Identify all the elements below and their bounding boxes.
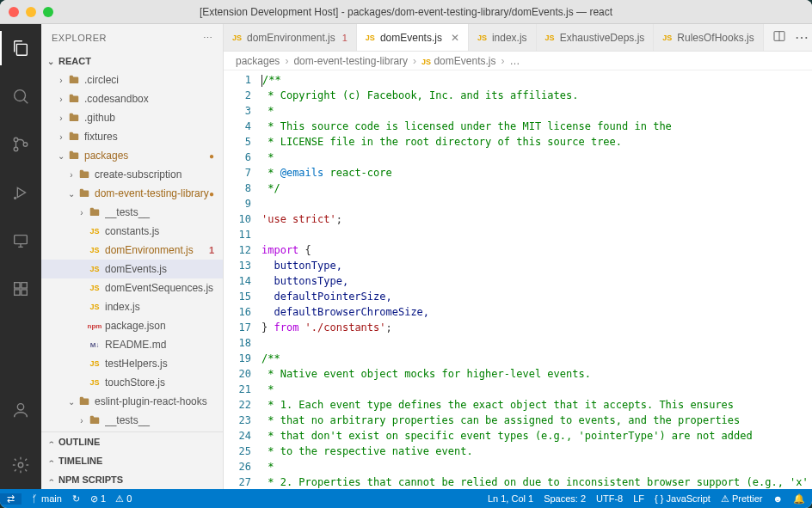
status-eol[interactable]: LF [633, 493, 644, 504]
tree-file[interactable]: touchStore.js [41, 373, 223, 392]
svg-rect-9 [22, 283, 27, 288]
activity-search[interactable] [0, 79, 41, 113]
svg-point-2 [14, 147, 18, 151]
status-branch[interactable]: ᚶ main [32, 493, 62, 504]
tree-item-label: constants.js [105, 225, 218, 237]
breadcrumb-item[interactable]: packages [236, 55, 280, 67]
status-line-col[interactable]: Ln 1, Col 1 [488, 493, 533, 504]
chevron-icon: › [55, 76, 67, 85]
tree-file[interactable]: index.js [41, 297, 223, 316]
tree-folder[interactable]: ›__tests__ [41, 411, 223, 430]
tree-item-label: .github [84, 112, 218, 124]
breadcrumb-item[interactable]: dom-event-testing-library [293, 55, 408, 67]
tab-domEvents-js[interactable]: JSdomEvents.js✕ [357, 24, 469, 51]
chevron-icon: › [55, 95, 67, 104]
tree-item-label: eslint-plugin-react-hooks [95, 395, 218, 407]
activity-debug[interactable] [0, 175, 41, 210]
folder-icon [67, 74, 81, 86]
activity-explorer[interactable] [0, 31, 41, 65]
tree-folder[interactable]: ⌄eslint-plugin-react-hooks [41, 392, 223, 411]
tree-folder[interactable]: ›npm [41, 430, 223, 431]
tab-index-js[interactable]: JSindex.js [469, 24, 537, 51]
tree-folder[interactable]: ›fixtures [41, 127, 223, 146]
status-spaces[interactable]: Spaces: 2 [544, 493, 586, 504]
explorer-title: EXPLORER [52, 33, 107, 43]
section-label: OUTLINE [58, 437, 100, 447]
svg-rect-6 [15, 283, 20, 288]
maximize-window-button[interactable] [43, 7, 53, 17]
tree-folder[interactable]: ›create-subscription [41, 165, 223, 184]
tree-file[interactable]: constants.js [41, 222, 223, 241]
status-problems[interactable]: ⊘ 1 ⚠ 0 [90, 493, 132, 505]
tree-item-label: fixtures [84, 131, 218, 143]
section-outline[interactable]: ›OUTLINE [41, 432, 223, 451]
close-tab-icon[interactable]: ✕ [451, 32, 459, 44]
status-bar: ⇄ ᚶ main ↻ ⊘ 1 ⚠ 0 Ln 1, Col 1 Spaces: 2… [0, 489, 812, 508]
js-icon: JS [366, 34, 375, 42]
svg-point-10 [17, 404, 23, 410]
status-prettier[interactable]: ⚠ Prettier [721, 493, 763, 505]
activity-extensions[interactable] [0, 272, 41, 306]
tree-item-label: testHelpers.js [105, 358, 218, 370]
explorer-header: EXPLORER ⋯ [41, 24, 223, 52]
status-language[interactable]: { } JavaScript [655, 493, 710, 504]
section-timeline[interactable]: ›TIMELINE [41, 451, 223, 470]
modified-dot-icon: ● [209, 151, 214, 161]
tree-folder[interactable]: ›.circleci [41, 70, 223, 89]
activity-settings[interactable] [0, 448, 41, 482]
js-icon [88, 359, 102, 368]
tab-label: domEvents.js [380, 32, 442, 44]
npm-icon [88, 322, 102, 330]
window-controls [9, 7, 53, 17]
split-editor-icon[interactable] [772, 29, 786, 46]
modified-badge: 1 [342, 33, 348, 43]
tree-item-label: .codesandbox [84, 93, 218, 105]
tree-folder[interactable]: ›.github [41, 108, 223, 127]
minimize-window-button[interactable] [26, 7, 36, 17]
tree-folder[interactable]: ›.codesandbox [41, 89, 223, 108]
explorer-sidebar: EXPLORER ⋯ ⌄ REACT ›.circleci›.codesandb… [41, 24, 224, 489]
tree-folder[interactable]: ›__tests__ [41, 203, 223, 222]
tree-file[interactable]: domEvents.js [41, 260, 223, 278]
breadcrumb[interactable]: packages›dom-event-testing-library›JS do… [224, 52, 812, 70]
explorer-root-section[interactable]: ⌄ REACT [41, 52, 223, 70]
breadcrumb-item[interactable]: JS domEvents.js [421, 55, 495, 67]
activity-accounts[interactable] [0, 393, 41, 427]
tree-folder[interactable]: ⌄dom-event-testing-library● [41, 184, 223, 203]
js-icon [88, 284, 102, 292]
code-content[interactable]: /** * Copyright (c) Facebook, Inc. and i… [261, 70, 812, 489]
chevron-right-icon: › [46, 474, 56, 486]
tab-label: ExhaustiveDeps.js [560, 32, 645, 44]
section-npm-scripts[interactable]: ›NPM SCRIPTS [41, 470, 223, 489]
js-icon [88, 246, 102, 254]
tree-file[interactable]: domEventSequences.js [41, 278, 223, 297]
tree-file[interactable]: package.json [41, 316, 223, 335]
tab-ExhaustiveDeps-js[interactable]: JSExhaustiveDeps.js [537, 24, 655, 51]
close-window-button[interactable] [9, 7, 19, 17]
status-remote[interactable]: ⇄ [0, 493, 22, 505]
tab-RulesOfHooks-js[interactable]: JSRulesOfHooks.js [654, 24, 763, 51]
md-icon [88, 341, 102, 349]
chevron-icon: › [55, 132, 67, 142]
folder-icon [67, 93, 81, 105]
svg-point-1 [14, 138, 18, 142]
tree-file[interactable]: testHelpers.js [41, 354, 223, 373]
js-icon [88, 227, 102, 236]
more-actions-icon[interactable]: ⋯ [795, 29, 809, 46]
explorer-more-icon[interactable]: ⋯ [203, 33, 213, 44]
code-editor[interactable]: 1234567891011121314151617181920212223242… [224, 70, 812, 489]
activity-source-control[interactable] [0, 127, 41, 162]
tab-domEnvironment-js[interactable]: JSdomEnvironment.js1 [224, 24, 357, 51]
breadcrumb-separator: › [501, 55, 504, 67]
tree-folder[interactable]: ⌄packages● [41, 146, 223, 165]
status-sync[interactable]: ↻ [72, 493, 80, 505]
status-feedback[interactable]: ☻ [772, 493, 783, 504]
window-title: [Extension Development Host] - packages/… [0, 6, 812, 18]
chevron-icon: › [76, 416, 88, 425]
tree-file[interactable]: README.md [41, 335, 223, 354]
breadcrumb-item[interactable]: … [509, 55, 520, 67]
activity-remote[interactable] [0, 223, 41, 258]
status-encoding[interactable]: UTF-8 [596, 493, 623, 504]
tree-file[interactable]: domEnvironment.js1 [41, 241, 223, 260]
status-notifications[interactable]: 🔔 [793, 493, 805, 505]
